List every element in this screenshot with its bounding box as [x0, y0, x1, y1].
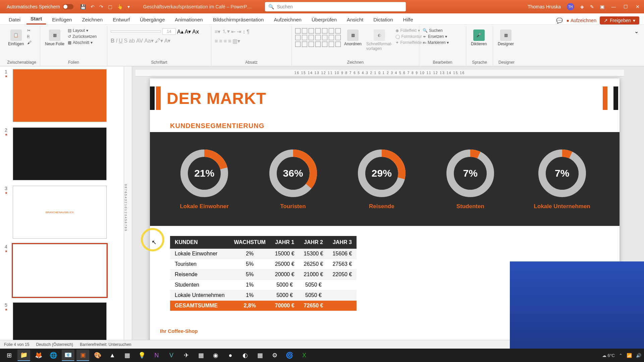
from-beginning-icon[interactable]: ▢	[108, 4, 112, 9]
thumbnail-slide-2[interactable]	[13, 127, 107, 180]
section-button[interactable]: ▦ Abschnitt ▾	[68, 40, 97, 45]
slide-title[interactable]: DER MARKT	[167, 89, 266, 108]
copy-icon[interactable]: ⎘	[27, 34, 31, 39]
close-icon[interactable]: ✕	[635, 4, 641, 9]
new-slide-button[interactable]: ▦Neue Folie	[44, 28, 66, 48]
layout-button[interactable]: ▤ Layout ▾	[68, 28, 97, 33]
search-box[interactable]: 🔍 Suchen	[265, 2, 406, 11]
data-table[interactable]: KUNDENWACHSTUMJAHR 1JAHR 2JAHR 3Lokale E…	[170, 236, 357, 311]
excel-icon[interactable]: X	[298, 350, 311, 361]
tab-hilfe[interactable]: Hilfe	[399, 15, 417, 24]
toggle-switch[interactable]	[63, 4, 73, 9]
thumbnail-slide-1[interactable]	[13, 69, 107, 122]
shadow-icon[interactable]: ab	[129, 38, 135, 44]
explorer-icon[interactable]: 📁	[17, 350, 30, 361]
app-icon-6[interactable]: ◐	[239, 350, 252, 361]
obs-icon[interactable]: ◉	[209, 350, 222, 361]
share-button[interactable]: ↗ Freigeben ▾	[600, 16, 639, 24]
comments-icon[interactable]: 💬	[556, 17, 563, 24]
paste-button[interactable]: 📋Einfügen	[7, 28, 25, 48]
app-icon-2[interactable]: ▦	[121, 350, 133, 361]
replace-button[interactable]: ↔ Ersetzen▾	[423, 34, 449, 39]
tab-ansicht[interactable]: Ansicht	[343, 15, 367, 24]
reset-button[interactable]: ↺ Zurücksetzen	[68, 34, 97, 39]
italic-icon[interactable]: I	[116, 38, 117, 44]
app-icon-3[interactable]: 💡	[136, 350, 148, 361]
collapse-ribbon-icon[interactable]: ⌄	[634, 28, 639, 34]
tab-ueberpruefen[interactable]: Überprüfen	[308, 15, 341, 24]
increase-font-icon[interactable]: A▴	[177, 28, 183, 35]
user-name[interactable]: Thomas Hruska	[528, 4, 561, 9]
bold-icon[interactable]: B	[111, 38, 115, 44]
thumbnail-slide-4[interactable]: DER MARKT	[13, 244, 107, 297]
outline-button[interactable]: ◯ Formkontur▾	[395, 34, 425, 39]
columns-icon[interactable]: ▥▾	[232, 38, 240, 44]
maximize-icon[interactable]: ☐	[623, 4, 629, 9]
thumbnail-slide-3[interactable]: BRANCHENAUSBLICK	[13, 186, 107, 239]
align-left-icon[interactable]: ≡	[215, 38, 218, 44]
align-right-icon[interactable]: ≡	[224, 38, 227, 44]
slide-thumbnails[interactable]: 1★2★3★BRANCHENAUSBLICK4★DER MARKT5★6★	[0, 66, 124, 349]
touch-mode-icon[interactable]: 👆	[117, 4, 123, 9]
align-center-icon[interactable]: ≡	[219, 38, 222, 44]
slide-subtitle[interactable]: KUNDENSEGMENTIERUNG	[170, 122, 264, 130]
autosave-toggle[interactable]: Automatisches Speichern	[7, 4, 73, 9]
underline-icon[interactable]: U	[119, 38, 123, 44]
tab-entwurf[interactable]: Entwurf	[109, 15, 134, 24]
outdent-icon[interactable]: ⇤	[231, 28, 235, 35]
cut-icon[interactable]: ✂	[27, 28, 31, 33]
save-icon[interactable]: 💾	[80, 4, 86, 9]
justify-icon[interactable]: ≡	[228, 38, 231, 44]
tab-uebergaenge[interactable]: Übergänge	[136, 15, 169, 24]
app-icon-4[interactable]: ▦	[195, 350, 207, 361]
format-painter-icon[interactable]: 🖌	[27, 40, 31, 45]
weather-widget[interactable]: ☁ 6°C	[602, 353, 615, 358]
qat-more-icon[interactable]: ▾	[127, 4, 130, 9]
select-button[interactable]: ▭ Markieren▾	[423, 40, 449, 45]
effects-button[interactable]: ✦ Formeffekte▾	[395, 40, 425, 45]
spacing-icon[interactable]: AV	[136, 38, 143, 44]
outlook-icon[interactable]: 📧	[62, 350, 74, 361]
arrange-button[interactable]: ▦Anordnen	[343, 28, 363, 48]
shape-gallery[interactable]	[295, 28, 341, 47]
numbering-icon[interactable]: ⒈▾	[222, 28, 230, 35]
app-icon-7[interactable]: ▦	[254, 350, 266, 361]
app-icon-1[interactable]: 🎨	[91, 350, 104, 361]
highlight-icon[interactable]: 🖍▾	[155, 38, 163, 44]
find-button[interactable]: 🔍 Suchen	[423, 28, 449, 33]
indent-icon[interactable]: ⇥	[237, 28, 241, 35]
line-spacing-icon[interactable]: ↕	[243, 29, 245, 35]
font-family-field[interactable]	[111, 31, 161, 33]
redo-icon[interactable]: ↷	[99, 4, 103, 9]
font-color-icon[interactable]: A▾	[164, 38, 171, 44]
chrome-icon[interactable]: 🌐	[47, 350, 60, 361]
start-icon[interactable]: ⊞	[3, 350, 15, 361]
quickstyles-button[interactable]: ◐Schnellformat-vorlagen	[365, 28, 393, 52]
diamond-icon[interactable]: ◈	[580, 4, 584, 9]
pen-icon[interactable]: ✎	[590, 4, 594, 9]
case-icon[interactable]: Aa▾	[144, 38, 154, 44]
language-status[interactable]: Deutsch (Österreich)	[36, 342, 73, 347]
telegram-icon[interactable]: ✈	[180, 350, 193, 361]
firefox-icon[interactable]: 🦊	[32, 350, 45, 361]
onenote-icon[interactable]: N	[150, 350, 163, 361]
tab-zeichnen[interactable]: Zeichnen	[78, 15, 107, 24]
app-icon-v[interactable]: V	[165, 350, 178, 361]
powerpoint-icon[interactable]: ▣	[76, 350, 89, 361]
a11y-status[interactable]: Barrierefreiheit: Untersuchen	[80, 342, 131, 347]
tab-dictation[interactable]: Dictation	[369, 15, 397, 24]
tray-network-icon[interactable]: 📶	[627, 353, 632, 358]
donut-chart-band[interactable]: 21% Lokale Einwohner 36% Touristen 29% R…	[150, 132, 620, 226]
dictate-button[interactable]: 🎤Diktieren	[470, 28, 488, 48]
decrease-font-icon[interactable]: A▾	[185, 28, 191, 35]
tray-chevron-icon[interactable]: ⌃	[619, 353, 623, 358]
slide-counter[interactable]: Folie 4 von 15	[4, 342, 29, 347]
slide-footer[interactable]: Ihr Coffee-Shop	[160, 328, 198, 334]
bullets-icon[interactable]: ≡▾	[215, 28, 220, 35]
tray-volume-icon[interactable]: 🔊	[636, 353, 641, 358]
tab-start[interactable]: Start	[26, 14, 46, 24]
strike-icon[interactable]: S	[124, 38, 128, 44]
text-direction-icon[interactable]: ¶	[247, 29, 250, 35]
clear-format-icon[interactable]: Aⅹ	[192, 28, 199, 35]
font-size-field[interactable]: 14	[162, 28, 176, 35]
